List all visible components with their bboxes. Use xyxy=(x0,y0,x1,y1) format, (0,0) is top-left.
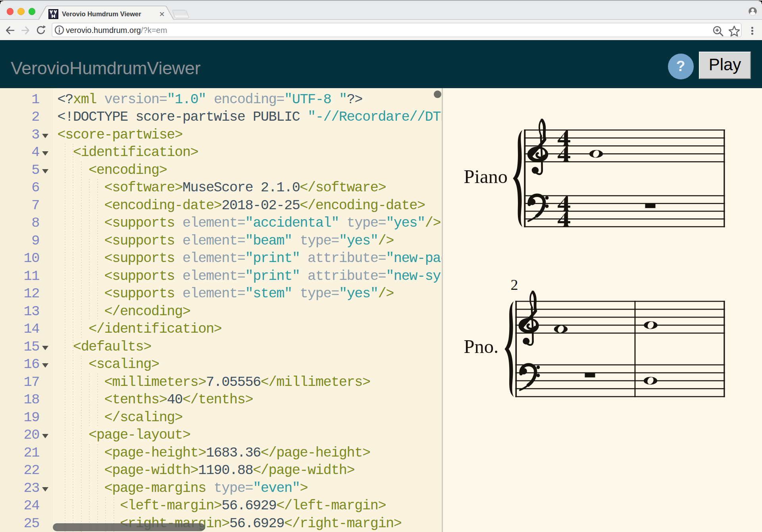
svg-text:2: 2 xyxy=(510,276,518,293)
svg-text:Piano: Piano xyxy=(464,166,507,187)
svg-text:Pno.: Pno. xyxy=(464,335,498,357)
